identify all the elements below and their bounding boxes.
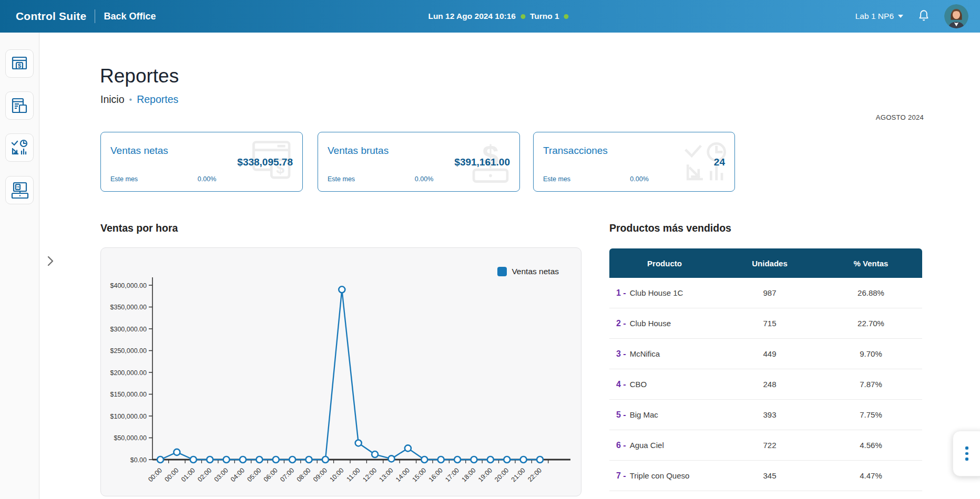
svg-text:07:00: 07:00 <box>279 466 295 483</box>
product-name: Big Mac <box>630 410 658 419</box>
svg-text:06:00: 06:00 <box>262 466 279 483</box>
svg-text:14:00: 14:00 <box>394 466 411 483</box>
product-pct: 26.88% <box>820 288 922 297</box>
topbar: Control Suite Back Office Lun 12 Ago 202… <box>0 0 980 33</box>
notifications-button[interactable] <box>917 9 931 24</box>
svg-text:$300,000.00: $300,000.00 <box>110 326 147 333</box>
product-units: 248 <box>720 380 820 389</box>
table-row: 2 -Club House 715 22.70% <box>609 308 922 339</box>
svg-text:08:00: 08:00 <box>295 466 312 483</box>
svg-text:03:00: 03:00 <box>213 466 230 483</box>
svg-text:09:00: 09:00 <box>312 466 329 483</box>
pos-devices-icon: ? <box>10 181 29 200</box>
sidebar-item-pos-devices[interactable]: ? <box>5 176 34 204</box>
svg-text:12:00: 12:00 <box>361 466 378 483</box>
rank-badge: 7 - <box>616 471 626 480</box>
bell-icon <box>917 9 931 24</box>
sales-chart-section-title: Ventas por hora <box>100 222 178 234</box>
rank-badge: 3 - <box>616 349 626 358</box>
store-selector[interactable]: Lab 1 NP6 <box>855 12 903 21</box>
rank-badge: 6 - <box>616 441 626 450</box>
product-pct: 7.87% <box>820 380 922 389</box>
svg-text:22:00: 22:00 <box>526 466 543 483</box>
kpi-value: $391,161.00 <box>454 157 510 168</box>
datetime-label: Lun 12 Ago 2024 10:16 <box>428 12 516 21</box>
breadcrumb-separator: • <box>129 95 132 105</box>
table-row: 7 -Triple con Queso 345 4.47% <box>609 461 922 491</box>
product-name: McNifica <box>630 349 660 358</box>
svg-text:15:00: 15:00 <box>411 466 427 483</box>
chart-legend[interactable]: Ventas netas <box>497 267 559 276</box>
product-pct: 22.70% <box>820 319 922 328</box>
product-pct: 7.75% <box>820 410 922 419</box>
kpi-change-value: 0.00% <box>198 175 216 183</box>
svg-text:$400,000.00: $400,000.00 <box>110 282 147 289</box>
svg-text:$200,000.00: $200,000.00 <box>110 369 147 377</box>
product-name: Club House <box>630 319 671 328</box>
product-pct: 4.47% <box>820 471 922 480</box>
chevron-right-icon <box>44 255 56 267</box>
table-row: 3 -McNifica 449 9.70% <box>609 339 922 369</box>
svg-text:04:00: 04:00 <box>229 466 246 483</box>
table-row: 4 -CBO 248 7.87% <box>609 369 922 400</box>
kpi-title: Ventas netas <box>110 145 168 157</box>
kpi-value: 24 <box>714 157 725 168</box>
legend-swatch-icon <box>497 267 507 276</box>
table-row: 1 -Club House 1C 987 26.88% <box>609 278 922 308</box>
product-name: Triple con Queso <box>630 471 690 480</box>
svg-text:$50,000.00: $50,000.00 <box>114 434 147 442</box>
sidebar-item-pos-sales[interactable]: $ <box>5 49 34 78</box>
user-avatar[interactable] <box>944 4 968 28</box>
product-units: 722 <box>720 441 820 450</box>
kpi-value: $338,095.78 <box>237 157 293 168</box>
svg-text:00:00: 00:00 <box>147 466 164 483</box>
svg-text:?: ? <box>17 185 19 190</box>
svg-text:00:00: 00:00 <box>163 466 180 483</box>
brand-title: Control Suite <box>16 10 86 23</box>
sidebar-item-analytics[interactable] <box>5 133 34 162</box>
page-title: Reportes <box>100 65 179 87</box>
brand-divider <box>95 9 95 23</box>
kpi-period-label: Este mes <box>543 175 570 183</box>
period-label: AGOSTO 2024 <box>876 113 924 121</box>
breadcrumb-inicio[interactable]: Inicio <box>100 93 125 106</box>
table-header-row: Producto Unidades % Ventas <box>609 248 922 278</box>
breadcrumb-reportes[interactable]: Reportes <box>137 93 178 106</box>
kebab-menu-icon <box>965 446 968 450</box>
floating-actions-button[interactable] <box>953 431 980 476</box>
kpi-card-ventas-brutas: Ventas brutas $391,161.00 Este mes 0.00%… <box>318 132 520 192</box>
column-header-ventas: % Ventas <box>820 259 922 268</box>
product-name: CBO <box>630 380 647 389</box>
product-units: 987 <box>720 288 820 297</box>
analytics-icon <box>10 138 29 157</box>
status-dot-icon <box>520 14 525 19</box>
pos-sales-icon: $ <box>10 54 29 73</box>
breadcrumb: Inicio • Reportes <box>100 93 178 106</box>
svg-text:11:00: 11:00 <box>345 466 361 483</box>
module-title: Back Office <box>104 11 156 22</box>
svg-text:20:00: 20:00 <box>493 466 510 483</box>
products-section-title: Productos más vendidos <box>609 222 731 234</box>
kpi-period-label: Este mes <box>110 175 138 183</box>
sidebar-expand-button[interactable] <box>44 255 56 269</box>
product-units: 449 <box>720 349 820 358</box>
rank-badge: 4 - <box>616 380 626 389</box>
table-row: 5 -Big Mac 393 7.75% <box>609 400 922 430</box>
svg-text:$0.00: $0.00 <box>130 456 147 464</box>
product-name: Agua Ciel <box>630 441 664 450</box>
svg-text:$100,000.00: $100,000.00 <box>110 413 147 420</box>
svg-text:$250,000.00: $250,000.00 <box>110 347 147 355</box>
sidebar: $ ? <box>0 33 39 499</box>
svg-text:21:00: 21:00 <box>510 466 527 483</box>
avatar-illustration-icon <box>944 4 968 28</box>
product-name: Club House 1C <box>630 288 683 297</box>
kpi-card-ventas-netas: Ventas netas $338,095.78 Este mes 0.00% … <box>100 132 303 192</box>
rank-badge: 2 - <box>616 319 626 328</box>
hourly-sales-chart-panel: Ventas netas $0.00$50,000.00$100,000.00$… <box>100 247 581 496</box>
kpi-title: Ventas brutas <box>328 145 389 157</box>
sidebar-item-reports[interactable] <box>5 91 34 120</box>
kpi-card-transacciones: Transacciones 24 Este mes 0.00% <box>533 132 735 192</box>
store-selector-label: Lab 1 NP6 <box>855 12 894 21</box>
kpi-change-value: 0.00% <box>630 175 648 183</box>
svg-text:18:00: 18:00 <box>461 466 477 483</box>
